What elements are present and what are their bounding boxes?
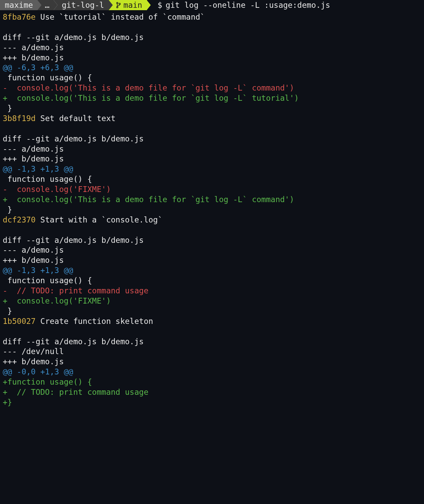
diff-added-line: + console.log('This is a demo file for `…: [3, 195, 421, 205]
diff-new-file: +++ b/demo.js: [3, 357, 421, 367]
commit-hash: 8fba76e: [3, 13, 36, 21]
diff-context-line: function usage() {: [3, 276, 421, 286]
chevron-icon: [147, 0, 151, 10]
prompt-user-segment: maxime: [0, 0, 38, 10]
diff-old-file: --- a/demo.js: [3, 245, 421, 255]
diff-header: diff --git a/demo.js b/demo.js: [3, 337, 421, 347]
commit-header: dcf2370 Start with a `console.log`: [3, 215, 421, 225]
diff-context-line: }: [3, 205, 421, 215]
commit-header: 1b50027 Create function skeleton: [3, 316, 421, 327]
diff-header: diff --git a/demo.js b/demo.js: [3, 134, 421, 144]
prompt-dir: git-log-l: [62, 0, 104, 10]
diff-added-line: +function usage() {: [3, 377, 421, 387]
svg-point-1: [116, 6, 118, 8]
commit-message: Set default text: [36, 114, 115, 123]
diff-hunk: @@ -6,3 +6,3 @@: [3, 63, 421, 73]
prompt-branch: main: [124, 0, 142, 10]
diff-context-line: }: [3, 103, 421, 114]
diff-new-file: +++ b/demo.js: [3, 53, 421, 63]
prompt-symbol: $: [151, 0, 166, 10]
diff-removed-line: - console.log('FIXME'): [3, 185, 421, 195]
diff-hunk: @@ -1,3 +1,3 @@: [3, 266, 421, 276]
blank-line: [3, 327, 421, 337]
blank-line: [3, 22, 421, 33]
diff-removed-line: - console.log('This is a demo file for `…: [3, 83, 421, 93]
diff-added-line: + // TODO: print command usage: [3, 387, 421, 398]
commit-hash: dcf2370: [3, 215, 36, 224]
terminal-output: 8fba76e Use `tutorial` instead of `comma…: [0, 12, 424, 408]
diff-header: diff --git a/demo.js b/demo.js: [3, 33, 421, 43]
svg-point-2: [119, 3, 120, 4]
blank-line: [3, 225, 421, 235]
commit-message: Start with a `console.log`: [36, 215, 163, 224]
diff-hunk: @@ -0,0 +1,3 @@: [3, 367, 421, 377]
blank-line: [3, 124, 421, 134]
commit-header: 8fba76e Use `tutorial` instead of `comma…: [3, 12, 421, 22]
diff-context-line: }: [3, 306, 421, 316]
diff-context-line: function usage() {: [3, 73, 421, 83]
diff-new-file: +++ b/demo.js: [3, 255, 421, 266]
diff-context-line: function usage() {: [3, 174, 421, 185]
diff-added-line: + console.log('This is a demo file for `…: [3, 93, 421, 103]
git-branch-icon: [116, 2, 121, 8]
commit-hash: 3b8f19d: [3, 114, 36, 123]
diff-new-file: +++ b/demo.js: [3, 154, 421, 164]
chevron-icon: [109, 0, 113, 10]
diff-header: diff --git a/demo.js b/demo.js: [3, 235, 421, 246]
svg-point-0: [116, 2, 118, 4]
diff-added-line: + console.log('FIXME'): [3, 296, 421, 306]
commit-message: Use `tutorial` instead of `command`: [36, 13, 205, 21]
diff-old-file: --- /dev/null: [3, 347, 421, 357]
command-input[interactable]: git log --oneline -L :usage:demo.js: [166, 0, 330, 10]
prompt-bar: maxime … git-log-l main $ git log --onel…: [0, 0, 424, 10]
diff-hunk: @@ -1,3 +1,3 @@: [3, 164, 421, 174]
prompt-branch-segment: main: [109, 0, 147, 10]
commit-hash: 1b50027: [3, 317, 36, 326]
commit-header: 3b8f19d Set default text: [3, 114, 421, 124]
prompt-ellipsis: …: [45, 0, 50, 10]
commit-message: Create function skeleton: [36, 317, 153, 326]
diff-old-file: --- a/demo.js: [3, 144, 421, 154]
chevron-icon: [37, 0, 41, 10]
chevron-icon: [53, 0, 57, 10]
diff-added-line: +}: [3, 398, 421, 408]
prompt-dir-segment: git-log-l: [54, 0, 109, 10]
diff-old-file: --- a/demo.js: [3, 43, 421, 53]
diff-removed-line: - // TODO: print command usage: [3, 286, 421, 296]
